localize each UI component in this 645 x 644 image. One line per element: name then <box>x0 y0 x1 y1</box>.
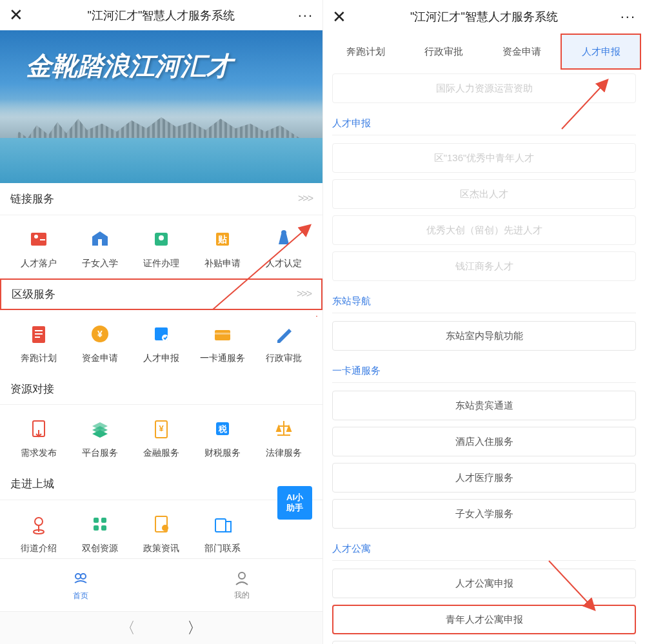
item-recognize[interactable]: 人才认定 <box>253 227 315 269</box>
item-declare[interactable]: 人才申报 <box>130 322 192 364</box>
section-east-nav: 东站导航 东站室内导航功能 <box>323 288 645 351</box>
label: 财税服务 <box>204 447 241 459</box>
item-policy[interactable]: 政策资讯 <box>130 512 192 554</box>
street-icon <box>26 512 51 536</box>
label: 首页 <box>73 590 88 601</box>
item-card[interactable]: 一卡通服务 <box>192 322 253 364</box>
section-apartment: 人才公寓 人才公寓申报 青年人才公寓申报 人才流转公寓 <box>323 535 645 644</box>
label: 需求发布 <box>21 447 57 459</box>
svg-point-34 <box>75 574 81 579</box>
admin-icon <box>272 322 296 346</box>
list-item[interactable]: 钱江商务人才 <box>332 251 636 281</box>
finance-icon: ¥ <box>149 416 174 441</box>
item-fund[interactable]: ¥ 资金申请 <box>69 322 130 364</box>
item-subsidy[interactable]: 贴 补贴申请 <box>192 227 253 269</box>
close-icon[interactable]: ✕ <box>9 5 28 25</box>
svg-point-1 <box>34 235 38 239</box>
back-icon[interactable]: 〈 <box>120 618 135 638</box>
list-item[interactable]: 人才流转公寓 <box>332 641 636 644</box>
section-enter[interactable]: 走进上城 <box>0 468 322 500</box>
item-tax[interactable]: 税 财税服务 <box>192 416 253 459</box>
resource-grid: 需求发布 平台服务 ¥ 金融服务 税 财税服务 法律服务 <box>0 405 322 468</box>
chevron-more-icon[interactable]: >>> <box>297 288 311 300</box>
label: 我的 <box>234 590 250 601</box>
svg-text:税: 税 <box>218 424 228 434</box>
item-innovation[interactable]: 双创资源 <box>69 512 130 554</box>
list-item[interactable]: 区杰出人才 <box>332 179 636 209</box>
svg-point-24 <box>35 518 43 525</box>
section-link-services[interactable]: 链接服务 >>> <box>0 183 322 215</box>
item-finance[interactable]: ¥ 金融服务 <box>130 416 192 459</box>
list-item[interactable]: 酒店入住服务 <box>332 427 636 456</box>
more-icon[interactable]: ··· <box>294 7 313 24</box>
card-icon <box>210 322 235 346</box>
label: 人才落户 <box>21 258 57 269</box>
section-card-services: 一卡通服务 东站贵宾通道 酒店入住服务 人才医疗服务 子女入学服务 <box>323 357 645 529</box>
svg-point-36 <box>239 572 245 579</box>
link-services-grid: 人才落户 子女入学 证件办理 贴 补贴申请 人才认定 <box>0 215 322 278</box>
category-tabs: 奔跑计划 行政审批 资金申请 人才申报 <box>323 34 645 70</box>
header-bar: ✕ "江河汇才"智慧人才服务系统 ··· <box>323 0 645 34</box>
tab-admin[interactable]: 行政审批 <box>405 34 483 70</box>
item-admin[interactable]: 行政审批 <box>253 322 315 364</box>
tab-declare[interactable]: 人才申报 <box>561 34 641 70</box>
item-school[interactable]: 子女入学 <box>69 227 130 269</box>
item-plan[interactable]: 奔跑计划 <box>8 322 69 364</box>
list-item[interactable]: 区"136"优秀中青年人才 <box>332 143 636 173</box>
item-demand[interactable]: 需求发布 <box>8 416 69 459</box>
item-settle[interactable]: 人才落户 <box>8 227 69 269</box>
svg-rect-33 <box>226 522 231 532</box>
innovation-icon <box>88 512 112 536</box>
declare-icon <box>149 322 174 346</box>
list-item[interactable]: 人才公寓申报 <box>332 569 636 598</box>
user-icon <box>233 569 251 587</box>
item-cert[interactable]: 证件办理 <box>130 227 192 269</box>
svg-rect-26 <box>94 518 99 523</box>
forward-icon[interactable]: 〉 <box>187 618 203 638</box>
list-item[interactable]: 人才医疗服务 <box>332 463 636 493</box>
section-district-services[interactable]: 区级服务 >>> <box>0 278 322 311</box>
policy-icon <box>149 512 174 536</box>
list-item[interactable]: 东站室内导航功能 <box>332 321 636 351</box>
label: 一卡通服务 <box>200 353 245 364</box>
section-title: 资源对接 <box>10 382 54 396</box>
section-title: 东站导航 <box>332 288 636 313</box>
label: 补贴申请 <box>204 258 241 269</box>
item-platform[interactable]: 平台服务 <box>69 416 130 459</box>
page-title: "江河汇才"智慧人才服务系统 <box>28 8 294 23</box>
platform-icon <box>88 416 112 441</box>
more-icon[interactable]: ··· <box>617 8 636 25</box>
item-legal[interactable]: 法律服务 <box>253 416 315 459</box>
plan-icon <box>26 322 51 346</box>
item-dept[interactable]: 部门联系 <box>192 512 253 554</box>
list-item-youth-apartment[interactable]: 青年人才公寓申报 <box>332 605 636 634</box>
label: 人才申报 <box>143 353 179 364</box>
list-item[interactable]: 东站贵宾通道 <box>332 391 636 420</box>
label: 人才认定 <box>266 258 302 269</box>
svg-point-5 <box>159 235 164 240</box>
list-item[interactable]: 子女入学服务 <box>332 499 636 529</box>
ai-helper-button[interactable]: AI小 助手 <box>277 486 312 520</box>
scroll-content[interactable]: 国际人力资源运营资助 人才申报 区"136"优秀中青年人才 区杰出人才 优秀大创… <box>323 70 645 644</box>
svg-rect-17 <box>215 330 230 340</box>
list-item[interactable]: 优秀大创（留创）先进人才 <box>332 215 636 245</box>
school-icon <box>88 227 112 251</box>
svg-point-35 <box>81 574 86 579</box>
section-title: 区级服务 <box>12 287 55 302</box>
item-street[interactable]: 街道介绍 <box>8 512 69 554</box>
svg-rect-29 <box>101 525 106 531</box>
browser-nav: 〈 〉 <box>0 611 322 644</box>
list-item[interactable]: 国际人力资源运营资助 <box>332 73 636 103</box>
section-resource[interactable]: 资源对接 <box>0 373 322 405</box>
close-icon[interactable]: ✕ <box>332 7 352 27</box>
district-services-grid: 奔跑计划 ¥ 资金申请 人才申报 一卡通服务 行政审批 <box>0 310 322 373</box>
tab-home[interactable]: 首页 <box>0 559 161 611</box>
tab-plan[interactable]: 奔跑计划 <box>327 34 405 70</box>
svg-rect-11 <box>35 333 43 335</box>
label: 法律服务 <box>266 447 302 459</box>
tab-fund[interactable]: 资金申请 <box>483 34 561 70</box>
chevron-more-icon[interactable]: >>> <box>298 193 312 204</box>
tab-mine[interactable]: 我的 <box>161 559 322 611</box>
recognize-icon <box>272 227 296 251</box>
section-title: 人才申报 <box>332 110 636 135</box>
